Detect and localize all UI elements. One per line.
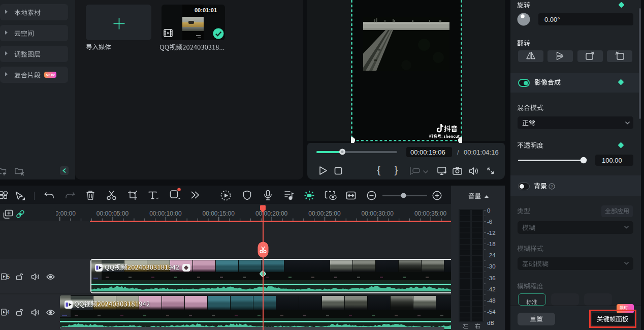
svg-text:?: ? bbox=[551, 184, 553, 189]
